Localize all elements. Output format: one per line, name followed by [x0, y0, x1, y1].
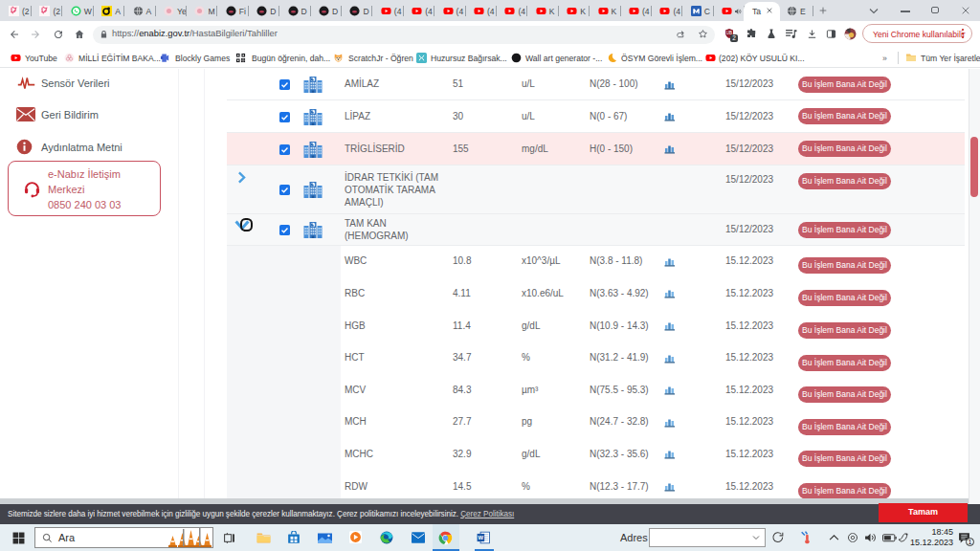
svg-text:W: W [479, 535, 484, 540]
